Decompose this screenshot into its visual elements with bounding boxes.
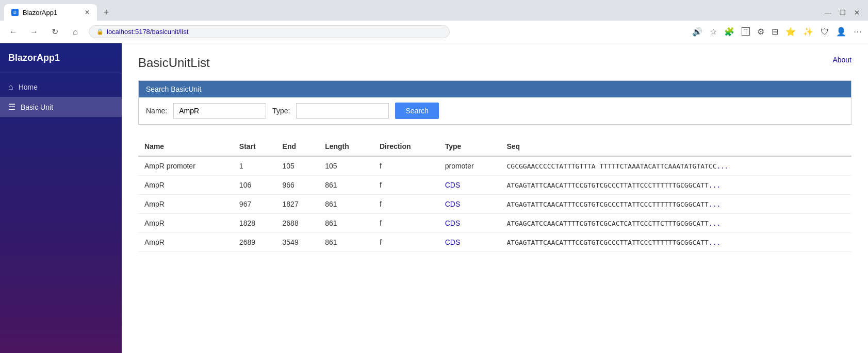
settings-icon[interactable]: ⚙ xyxy=(757,27,764,37)
col-length: Length xyxy=(319,137,373,156)
cell-length: 861 xyxy=(319,195,373,214)
collections-icon[interactable]: ⭐ xyxy=(785,27,796,37)
col-start: Start xyxy=(233,137,276,156)
cell-name: AmpR xyxy=(138,176,233,195)
sidebar-item-home[interactable]: ⌂ Home xyxy=(0,77,122,97)
tab-title: BlazorApp1 xyxy=(23,9,57,16)
cell-start[interactable]: 2689 xyxy=(233,233,276,252)
sidebar-nav: ⌂ Home ☰ Basic Unit xyxy=(0,73,122,121)
sidebar-item-home-label: Home xyxy=(19,83,38,91)
reload-button[interactable]: ↻ xyxy=(47,25,62,39)
cell-length: 861 xyxy=(319,176,373,195)
cell-start[interactable]: 1828 xyxy=(233,214,276,233)
table-row[interactable]: AmpR 106 966 861 f CDS ATGAGTATTCAACATTT… xyxy=(138,176,851,195)
cell-seq: ATGAGTATTCAACATTTCCGTGTCGCCCTTATTCCCTTTT… xyxy=(501,176,852,195)
new-tab-button[interactable]: + xyxy=(99,5,113,20)
cell-seq: ATGAGTATTCAACATTTCCGTGTCGCCCTTATTCCCTTTT… xyxy=(501,233,852,252)
cell-type: CDS xyxy=(439,195,501,214)
split-view-icon[interactable]: ⊟ xyxy=(772,27,778,37)
browser-toolbar-icons: 🔊 ☆ 🧩 🅃 ⚙ ⊟ ⭐ ✨ 🛡 👤 ⋯ xyxy=(692,27,862,37)
search-panel: Search BasicUnit Name: Type: Search xyxy=(138,80,851,125)
url-text: localhost:5178/basicunit/list xyxy=(107,28,188,36)
cell-name: AmpR xyxy=(138,195,233,214)
cell-seq: CGCGGAACCCCCTATTTGTTTA TTTTTCTAAATACATTC… xyxy=(501,156,852,176)
seq-link[interactable]: ... xyxy=(709,200,720,208)
tab-bar: B BlazorApp1 ✕ + — ❐ ✕ xyxy=(0,0,868,21)
table-row[interactable]: AmpR 967 1827 861 f CDS ATGAGTATTCAACATT… xyxy=(138,195,851,214)
cell-end: 105 xyxy=(276,156,319,176)
minimize-button[interactable]: — xyxy=(825,9,831,16)
cell-seq: ATGAGCATCCAACATTTTCGTGTCGCACTCATTCCCTTCT… xyxy=(501,214,852,233)
cell-type: CDS xyxy=(439,214,501,233)
type-label: Type: xyxy=(272,107,290,115)
app-container: BlazorApp1 ⌂ Home ☰ Basic Unit BasicUnit… xyxy=(0,43,868,353)
table-row[interactable]: AmpR 1828 2688 861 f CDS ATGAGCATCCAACAT… xyxy=(138,214,851,233)
col-direction: Direction xyxy=(373,137,439,156)
window-controls: — ❐ ✕ xyxy=(825,9,864,16)
seq-link[interactable]: ... xyxy=(709,220,720,227)
cell-end: 966 xyxy=(276,176,319,195)
cell-length: 861 xyxy=(319,214,373,233)
sidebar-brand: BlazorApp1 xyxy=(0,43,122,73)
profile-icon[interactable]: 👤 xyxy=(836,27,846,37)
type-input[interactable] xyxy=(296,103,389,119)
cell-start[interactable]: 967 xyxy=(233,195,276,214)
data-table: Name Start End Length Direction Type Seq… xyxy=(138,137,851,252)
shield-icon[interactable]: 🛡 xyxy=(821,27,829,37)
forward-button[interactable]: → xyxy=(27,25,41,39)
cell-direction: f xyxy=(373,156,439,176)
copilot-icon[interactable]: ✨ xyxy=(803,27,813,37)
read-aloud-icon[interactable]: 🔊 xyxy=(692,27,702,37)
tab-favicon: B xyxy=(11,9,19,16)
search-panel-header: Search BasicUnit xyxy=(139,81,851,97)
maximize-button[interactable]: ❐ xyxy=(840,9,846,16)
cell-direction: f xyxy=(373,195,439,214)
cell-direction: f xyxy=(373,214,439,233)
sidebar-item-basicunit-label: Basic Unit xyxy=(21,103,53,111)
table-row[interactable]: AmpR promoter 1 105 105 f promoter CGCGG… xyxy=(138,156,851,176)
cell-start[interactable]: 106 xyxy=(233,176,276,195)
about-link[interactable]: About xyxy=(832,56,851,64)
favorites-icon[interactable]: ☆ xyxy=(710,27,717,37)
cell-name: AmpR xyxy=(138,214,233,233)
search-panel-body: Name: Type: Search xyxy=(139,97,851,124)
cell-type: CDS xyxy=(439,233,501,252)
table-row[interactable]: AmpR 2689 3549 861 f CDS ATGAGTATTCAACAT… xyxy=(138,233,851,252)
cell-name: AmpR xyxy=(138,233,233,252)
lock-icon: 🔒 xyxy=(96,28,104,35)
page-title: BasicUnitList xyxy=(138,56,210,70)
seq-link[interactable]: ... xyxy=(709,239,720,246)
list-icon: ☰ xyxy=(8,102,15,112)
cell-direction: f xyxy=(373,176,439,195)
menu-icon[interactable]: ⋯ xyxy=(854,27,862,37)
col-end: End xyxy=(276,137,319,156)
col-type: Type xyxy=(439,137,501,156)
translate-icon[interactable]: 🅃 xyxy=(742,27,750,37)
home-button[interactable]: ⌂ xyxy=(68,25,83,39)
sidebar-item-basicunit[interactable]: ☰ Basic Unit xyxy=(0,97,122,117)
main-content: BasicUnitList About Search BasicUnit Nam… xyxy=(122,43,868,353)
cell-start[interactable]: 1 xyxy=(233,156,276,176)
seq-link[interactable]: ... xyxy=(717,162,729,170)
close-button[interactable]: ✕ xyxy=(854,9,860,16)
url-box[interactable]: 🔒 localhost:5178/basicunit/list xyxy=(89,25,450,38)
cell-type: CDS xyxy=(439,176,501,195)
browser-extension-icon[interactable]: 🧩 xyxy=(724,27,734,37)
name-input[interactable] xyxy=(173,103,266,119)
name-label: Name: xyxy=(146,107,167,115)
table-header: Name Start End Length Direction Type Seq xyxy=(138,137,851,156)
active-tab[interactable]: B BlazorApp1 ✕ xyxy=(4,4,97,21)
cell-end: 3549 xyxy=(276,233,319,252)
home-icon: ⌂ xyxy=(8,82,13,92)
cell-name: AmpR promoter xyxy=(138,156,233,176)
cell-seq: ATGAGTATTCAACATTTCCGTGTCGCCCTTATTCCCTTTT… xyxy=(501,195,852,214)
sidebar: BlazorApp1 ⌂ Home ☰ Basic Unit xyxy=(0,43,122,353)
col-name: Name xyxy=(138,137,233,156)
tab-close-button[interactable]: ✕ xyxy=(85,9,90,16)
search-button[interactable]: Search xyxy=(395,103,438,119)
cell-length: 105 xyxy=(319,156,373,176)
page-header: BasicUnitList About xyxy=(138,56,851,70)
back-button[interactable]: ← xyxy=(6,25,21,39)
cell-end: 1827 xyxy=(276,195,319,214)
seq-link[interactable]: ... xyxy=(709,181,720,189)
